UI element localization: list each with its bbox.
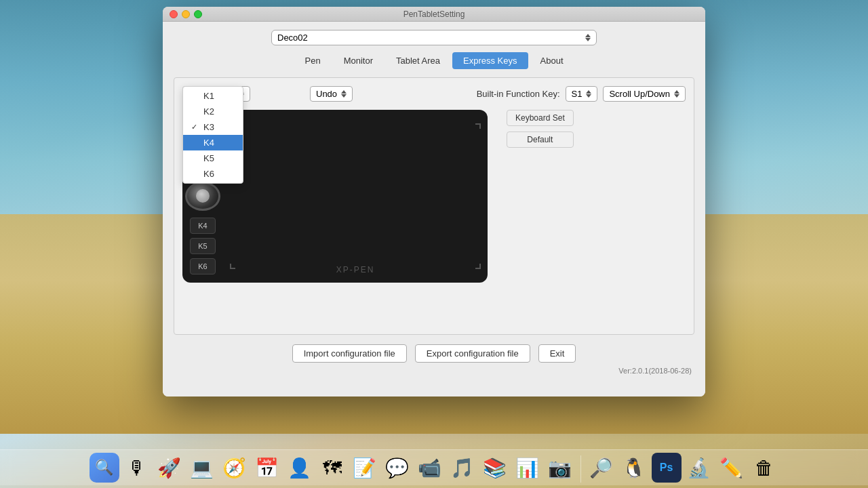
undo-label: Undo	[316, 89, 337, 99]
import-button[interactable]: Import configuration file	[292, 344, 407, 363]
arrow-up-icon	[585, 34, 591, 37]
bottom-bar: Import configuration file Export configu…	[174, 344, 694, 363]
dock-maps[interactable]: 🗺	[317, 453, 347, 483]
maximize-button[interactable]	[194, 10, 202, 18]
key-selector-wrapper: K3 K1 K2	[182, 86, 250, 102]
tab-monitor[interactable]: Monitor	[333, 52, 384, 69]
keyboard-set-button[interactable]: Keyboard Set	[507, 110, 574, 126]
built-in-function-label: Built-in Function Key:	[477, 89, 560, 99]
check-k2	[191, 108, 199, 116]
s1-arrows	[586, 90, 591, 98]
close-button[interactable]	[170, 10, 178, 18]
dock-trash[interactable]: 🗑	[749, 453, 779, 483]
scroll-down-icon	[674, 94, 679, 98]
corner-br	[475, 264, 481, 269]
dock-divider	[580, 455, 581, 483]
tab-express-keys[interactable]: Express Keys	[452, 52, 528, 69]
dropdown-item-k5[interactable]: K5	[183, 150, 243, 166]
s1-up-icon	[586, 90, 591, 94]
s1-down-icon	[586, 94, 591, 98]
tablet-key-k5[interactable]: K5	[190, 238, 216, 254]
s1-selector[interactable]: S1	[566, 86, 598, 102]
tab-tablet-area[interactable]: Tablet Area	[385, 52, 451, 69]
dock-launchpad[interactable]: 🚀	[155, 453, 184, 483]
device-selector[interactable]: Deco02	[271, 30, 597, 45]
dropdown-label-k3: K3	[203, 122, 214, 132]
version-text: Ver:2.0.1(2018-06-28)	[174, 367, 694, 375]
device-selector-arrow	[585, 34, 591, 41]
tab-about[interactable]: About	[530, 52, 574, 69]
scroll-up-icon	[674, 90, 679, 94]
scroll-arrows	[674, 90, 679, 98]
undo-up-icon	[341, 90, 347, 94]
minimize-button[interactable]	[182, 10, 190, 18]
dock-numbers[interactable]: 📊	[513, 453, 542, 483]
tabs-container: Pen Monitor Tablet Area Express Keys Abo…	[174, 52, 694, 69]
dial-wheel[interactable]	[185, 182, 220, 210]
dock-tablet-driver[interactable]: ✏️	[717, 453, 747, 483]
tablet-key-k4[interactable]: K4	[190, 218, 216, 234]
check-k6	[191, 170, 199, 178]
dock-messages[interactable]: 💬	[382, 453, 412, 483]
dock-photos[interactable]: 📷	[545, 453, 575, 483]
dropdown-label-k6: K6	[203, 169, 214, 179]
dock-zoom[interactable]: 🔬	[684, 453, 714, 483]
window-content: Deco02 Pen Monitor Tablet Area Express K…	[163, 22, 705, 396]
dock-penguin[interactable]: 🐧	[619, 453, 649, 483]
dock-facetime[interactable]: 📹	[415, 453, 445, 483]
window-title: PenTabletSetting	[403, 9, 465, 19]
default-button[interactable]: Default	[507, 131, 574, 148]
undo-arrows	[341, 90, 347, 98]
dropdown-label-k5: K5	[203, 153, 214, 163]
undo-down-icon	[341, 94, 347, 98]
dropdown-item-k4[interactable]: K4	[183, 135, 243, 150]
dock-migration[interactable]: 💻	[187, 453, 217, 483]
dock-books[interactable]: 📚	[480, 453, 510, 483]
corner-tr	[475, 123, 481, 129]
device-selector-label: Deco02	[277, 33, 308, 43]
dock-music[interactable]: 🎵	[448, 453, 477, 483]
dock: 🔍 🎙 🚀 💻 🧭 📅 👤 🗺 📝 💬 📹 🎵 📚 📊 📷 🔎	[0, 449, 868, 485]
tablet-area: K1 K2 K3 K4 K5 K6	[182, 110, 686, 283]
corner-bl	[230, 264, 235, 269]
dropdown-item-k3[interactable]: ✓ K3	[183, 119, 243, 135]
dock-safari[interactable]: 🧭	[220, 453, 250, 483]
dropdown-item-k1[interactable]: K1	[183, 88, 243, 104]
check-k5	[191, 155, 199, 163]
traffic-lights	[170, 10, 202, 18]
export-button[interactable]: Export configuration file	[415, 344, 530, 363]
controls-row: K3 K1 K2	[182, 86, 686, 102]
tab-pen[interactable]: Pen	[294, 52, 331, 69]
main-content: K3 K1 K2	[174, 77, 694, 335]
arrow-down-icon	[585, 38, 591, 41]
dock-notes[interactable]: 📝	[350, 453, 380, 483]
exit-button[interactable]: Exit	[538, 344, 576, 363]
undo-selector[interactable]: Undo	[310, 86, 353, 102]
scroll-selector[interactable]: Scroll Up/Down	[603, 86, 686, 102]
check-k4	[191, 139, 199, 147]
app-window: PenTabletSetting Deco02 Pen Monitor Tabl…	[163, 7, 705, 396]
title-bar: PenTabletSetting	[163, 7, 705, 22]
dock-calendar[interactable]: 📅	[252, 453, 282, 483]
tablet-brand: XP-PEN	[336, 265, 375, 274]
dock-siri[interactable]: 🎙	[122, 453, 152, 483]
dock-spotlight[interactable]: 🔎	[587, 453, 616, 483]
dropdown-label-k2: K2	[203, 106, 214, 117]
device-selector-row: Deco02	[174, 30, 694, 45]
tablet-key-k6[interactable]: K6	[190, 258, 216, 274]
check-k1	[191, 92, 199, 100]
dropdown-item-k2[interactable]: K2	[183, 104, 243, 119]
scroll-label: Scroll Up/Down	[609, 89, 670, 99]
dropdown-label-k1: K1	[203, 91, 214, 101]
dial-center	[196, 189, 210, 203]
s1-label: S1	[572, 89, 583, 99]
key-dropdown: K1 K2 ✓ K3 K4	[182, 86, 243, 184]
check-k3: ✓	[191, 123, 199, 131]
tablet-drawing-area: XP-PEN	[223, 110, 488, 283]
dropdown-item-k6[interactable]: K6	[183, 166, 243, 182]
dock-contacts[interactable]: 👤	[285, 453, 315, 483]
side-buttons: Keyboard Set Default	[507, 110, 574, 161]
dock-photoshop[interactable]: Ps	[652, 453, 682, 483]
dropdown-label-k4: K4	[203, 138, 214, 148]
dock-finder[interactable]: 🔍	[90, 453, 119, 483]
